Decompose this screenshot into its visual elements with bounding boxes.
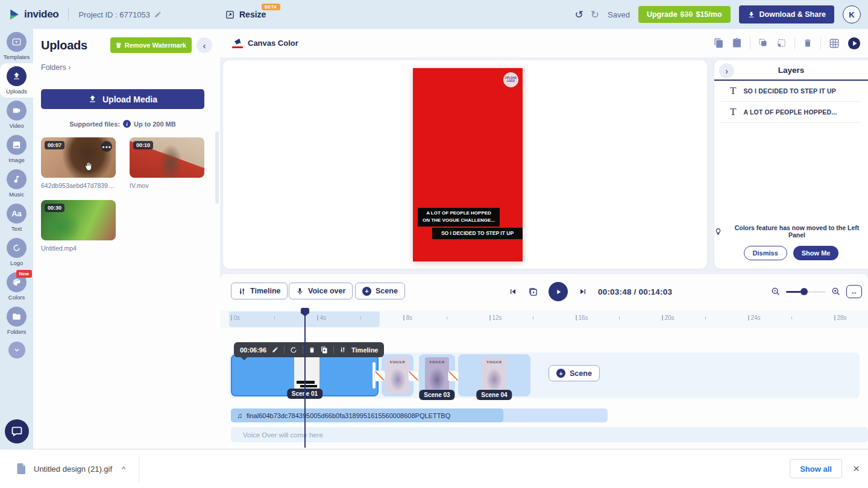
zoom-in-icon[interactable] <box>831 287 841 296</box>
sidebar-item-music[interactable]: Music <box>0 166 33 201</box>
ungroup-icon[interactable] <box>776 38 787 48</box>
audio-track[interactable]: ♫ final604b73dc784395005d66b0fa318995161… <box>231 408 608 422</box>
skip-end-icon[interactable] <box>578 287 588 296</box>
canvas-color-button[interactable]: Canvas Color <box>232 38 298 48</box>
edit-project-icon[interactable] <box>154 11 162 18</box>
media-card-1[interactable]: 00:07 ●●● <box>41 137 116 178</box>
play-button[interactable] <box>549 282 568 301</box>
delete-icon[interactable] <box>803 38 813 48</box>
ruler-minor-tick <box>447 315 448 319</box>
sidebar-item-logo[interactable]: Logo <box>0 235 33 269</box>
timeline-button[interactable]: Timeline <box>231 283 288 299</box>
clip-duration: 00:06:96 <box>240 346 266 354</box>
text-overlay-1[interactable]: A LOT OF PEOPLE HOPPED ON THE VOGUE CHAL… <box>418 208 500 227</box>
sidebar-item-video[interactable]: Video <box>0 98 33 132</box>
media-filename: 642db953aebd47d78394e... <box>41 182 117 189</box>
file-icon <box>17 463 27 474</box>
download-options-chevron-icon[interactable]: ^ <box>122 465 125 474</box>
divider <box>284 346 285 354</box>
downloaded-file[interactable]: Untitled design (21).gif ^ <box>17 463 125 474</box>
sidebar-item-text[interactable]: Aa Text <box>0 201 33 235</box>
folders-icon <box>7 307 27 327</box>
scene-clip-1[interactable]: Scene 01 <box>231 354 379 396</box>
ruler-minor-tick <box>705 315 706 319</box>
layers-collapse-button[interactable]: › <box>719 63 734 78</box>
folders-link[interactable]: Folders › <box>41 63 71 72</box>
sidebar-item-templates[interactable]: Templates <box>0 29 33 63</box>
fit-timeline-icon[interactable]: ↔ <box>846 285 862 298</box>
timeline-ruler[interactable]: 0s4s8s12s16s20s24s28s <box>220 310 868 328</box>
clip-context-toolbar: 00:06:96 Timeline <box>234 342 384 357</box>
media-card-2[interactable]: 00:10 <box>130 137 204 178</box>
show-all-button[interactable]: Show all <box>790 459 842 478</box>
layers-title: Layers <box>778 66 805 75</box>
invideo-logo[interactable]: invideo <box>0 8 58 20</box>
sidebar-item-image[interactable]: Image <box>0 132 33 166</box>
more-options-icon[interactable]: ●●● <box>101 141 112 152</box>
layer-item-text-2[interactable]: T A LOT OF PEOPLE HOPPED... <box>720 102 862 123</box>
chat-support-button[interactable] <box>5 419 29 443</box>
paint-bucket-icon <box>232 38 243 48</box>
paste-icon[interactable] <box>732 38 742 48</box>
layer-item-text-1[interactable]: T SO I DECIDED TO STEP IT UP <box>720 81 862 102</box>
zoom-slider-knob[interactable] <box>800 288 808 295</box>
scene-1-thumbnail <box>294 356 319 389</box>
media-card-3[interactable]: 00:30 <box>41 200 116 240</box>
upload-media-button[interactable]: Upload Media <box>41 89 204 109</box>
skip-start-icon[interactable] <box>508 287 518 296</box>
edit-duration-icon[interactable] <box>272 346 278 353</box>
transition-icon[interactable] <box>290 346 297 354</box>
timeline-panel: Timeline Voice over + Scene <box>220 274 868 449</box>
sidebar-collapse-chevron-icon[interactable] <box>8 342 25 358</box>
show-me-button[interactable]: Show Me <box>793 246 839 260</box>
timeline-mode-icon[interactable] <box>339 346 346 353</box>
close-download-bar-icon[interactable]: × <box>853 462 860 475</box>
text-layer-icon: T <box>730 106 736 118</box>
scene-clip-4[interactable]: VOGUE Scene 04 <box>458 354 530 396</box>
scene-3-thumbnail: VOGUE <box>425 357 449 393</box>
video-canvas[interactable]: UPLOAD LOGO A LOT OF PEOPLE HOPPED ON TH… <box>413 68 523 261</box>
voice-over-placeholder: Voice Over will come here <box>243 431 323 439</box>
avatar[interactable]: K <box>843 5 861 23</box>
grid-view-icon[interactable] <box>829 38 840 49</box>
add-scene-button[interactable]: + Scene <box>549 365 600 381</box>
tab-resize[interactable]: Resize BETA <box>225 0 266 29</box>
redo-icon[interactable]: ↻ <box>591 8 599 21</box>
scene-button[interactable]: + Scene <box>355 283 405 299</box>
download-share-button[interactable]: Download & Share <box>739 5 834 23</box>
dismiss-button[interactable]: Dismiss <box>744 246 787 260</box>
zoom-out-icon[interactable] <box>771 287 781 296</box>
upgrade-new-price: $15/mo <box>696 10 722 19</box>
media-filename: Untitled.mp4 <box>41 245 117 252</box>
upgrade-old-price: $30 <box>681 10 693 19</box>
scrollbar[interactable] <box>215 131 219 204</box>
upgrade-button[interactable]: Upgrade $30 $15/mo <box>638 6 731 23</box>
scene-label: Scene 01 <box>287 389 322 399</box>
text-overlay-2[interactable]: SO I DECIDED TO STEP IT UP <box>432 228 523 239</box>
upload-logo-placeholder[interactable]: UPLOAD LOGO <box>503 72 518 87</box>
transition-icon[interactable] <box>448 371 459 381</box>
zoom-slider[interactable] <box>786 291 826 293</box>
preview-play-icon[interactable] <box>848 37 861 50</box>
ruler-tick: 0s <box>231 315 240 321</box>
voice-over-track[interactable]: Voice Over will come here <box>231 427 868 442</box>
sliders-icon <box>238 287 246 295</box>
sidebar-item-folders[interactable]: Folders <box>0 304 33 338</box>
audio-clip[interactable]: ♫ final604b73dc784395005d66b0fa318995161… <box>231 408 503 422</box>
duplicate-clip-icon[interactable] <box>321 346 328 354</box>
transition-icon[interactable] <box>408 371 419 381</box>
divider <box>333 346 334 354</box>
remove-watermark-button[interactable]: ♛ Remove Watermark <box>110 37 192 53</box>
panel-collapse-button[interactable]: ‹ <box>197 37 212 53</box>
current-color-swatch <box>232 46 243 48</box>
loop-preview-icon[interactable] <box>528 287 538 297</box>
sidebar-item-uploads[interactable]: Uploads <box>0 63 33 98</box>
ruler-tick: 12s <box>489 315 502 321</box>
voice-over-button[interactable]: Voice over <box>289 283 353 299</box>
undo-icon[interactable]: ↺ <box>575 8 583 21</box>
group-icon[interactable] <box>758 38 769 48</box>
delete-clip-icon[interactable] <box>309 346 315 354</box>
transition-icon[interactable] <box>374 371 385 381</box>
sidebar-item-colors[interactable]: New Colors <box>0 269 33 304</box>
copy-icon[interactable] <box>714 38 724 48</box>
